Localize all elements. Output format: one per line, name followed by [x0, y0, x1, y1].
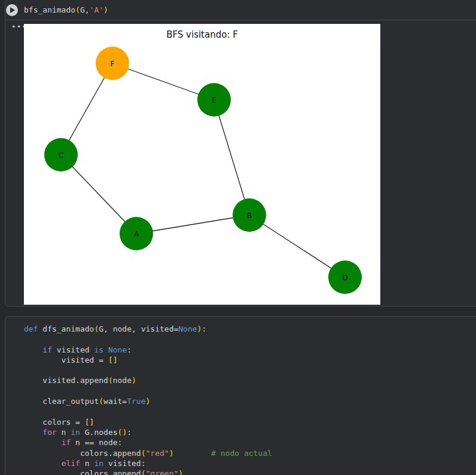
code-editor-bfs-call[interactable]: bfs_animado(G,'A') — [24, 5, 108, 15]
code-line: elif n in visited: — [24, 458, 476, 468]
code-line: colors = [] — [24, 417, 476, 427]
code-line: for n in G.nodes(): — [24, 427, 476, 437]
graph-node-label-B: B — [247, 212, 252, 220]
bfs-graph-output: BFS visitando: F FECABD — [24, 24, 380, 305]
code-line: visited.append(node) — [24, 375, 476, 385]
code-line — [24, 386, 476, 396]
graph-node-label-D: D — [342, 274, 347, 282]
code-line: if n == node: — [24, 437, 476, 448]
graph-node-label-F: F — [111, 60, 115, 68]
code-cell-bfs: bfs_animado(G,'A') ••• BFS visitando: F … — [5, 0, 476, 307]
cell-output-area: ••• BFS visitando: F FECABD — [5, 20, 476, 306]
code-line: clear_output(wait=True) — [24, 396, 476, 406]
code-line: colors.append("red") # nodo actual — [24, 448, 476, 458]
code-line: bfs_animado(G,'A') — [24, 5, 108, 15]
notebook-page: { "colors": { "page_bg": "#26282b", "cel… — [0, 0, 476, 475]
code-line: def dfs_animado(G, node, visited=None): — [24, 324, 476, 334]
graph-edge-B-D — [249, 215, 345, 277]
code-line — [24, 334, 476, 344]
code-line: colors.append("green") — [24, 468, 476, 475]
graph-node-label-A: A — [134, 230, 139, 238]
graph-node-label-E: E — [212, 96, 216, 105]
graph-edge-B-E — [214, 100, 249, 215]
graph-node-label-C: C — [59, 151, 63, 160]
bfs-graph-svg: BFS visitando: F FECABD — [24, 24, 380, 305]
plot-title: BFS visitando: F — [166, 29, 238, 40]
code-editor-dfs-def[interactable]: def dfs_animado(G, node, visited=None): … — [5, 317, 476, 475]
code-line: if visited is None: — [24, 345, 476, 355]
code-cell-dfs: def dfs_animado(G, node, visited=None): … — [5, 316, 476, 475]
graph-edge-A-B — [136, 215, 249, 234]
code-line — [24, 406, 476, 416]
run-cell-button[interactable] — [6, 4, 18, 16]
cell-code-row: bfs_animado(G,'A') — [5, 0, 476, 20]
code-line — [24, 365, 476, 375]
play-icon — [10, 7, 15, 13]
code-line: visited = [] — [24, 355, 476, 365]
